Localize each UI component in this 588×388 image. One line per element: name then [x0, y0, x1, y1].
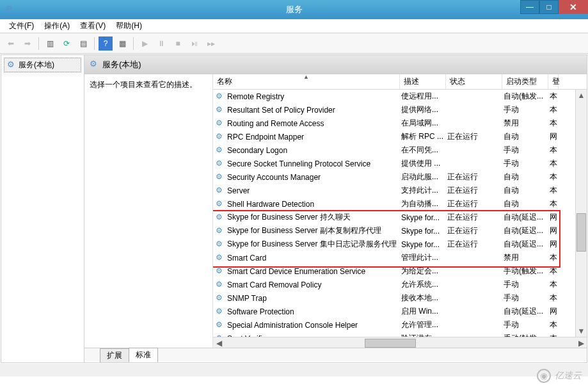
close-button[interactable]: ✕: [559, 0, 588, 14]
table-row[interactable]: SNMP Trap接收本地...手动本: [213, 291, 587, 305]
scroll-left-icon[interactable]: ◀: [213, 338, 225, 348]
table-row[interactable]: Skype for Business Server 持久聊天Skype for.…: [213, 211, 587, 224]
table-row[interactable]: Smart Card管理此计...禁用本: [213, 251, 587, 264]
table-row[interactable]: Shell Hardware Detection为自动播...正在运行自动本: [213, 197, 587, 211]
service-logon: 本: [548, 118, 559, 129]
menu-help[interactable]: 帮助(H): [112, 19, 146, 33]
service-name: Smart Card Removal Policy: [227, 280, 321, 289]
table-row[interactable]: RPC Endpoint Mapper解析 RPC ...正在运行自动网: [213, 130, 587, 143]
bottom-tabs: 扩展 标准: [84, 348, 587, 362]
window-title: 服务: [286, 4, 303, 15]
tree-pane: 服务(本地): [1, 55, 84, 362]
service-name: Secondary Logon: [227, 146, 287, 155]
service-icon: [216, 92, 225, 101]
col-header-startup[interactable]: 启动类型: [502, 74, 548, 89]
service-logon: 本: [548, 91, 559, 102]
maximize-button[interactable]: □: [539, 0, 559, 14]
table-row[interactable]: Skype for Business Server 集中日志记录服务代理Skyp…: [213, 238, 587, 251]
service-desc: 支持此计...: [400, 185, 446, 196]
menubar: 文件(F) 操作(A) 查看(V) 帮助(H): [0, 19, 588, 33]
col-header-logon[interactable]: 登: [548, 74, 559, 89]
help-button[interactable]: ?: [99, 36, 113, 51]
toolbar: ⬅ ➡ ▥ ⟳ ▤ ? ▦ ▶ ⏸ ■ ⏯ ▸▸: [0, 33, 588, 54]
back-button[interactable]: ⬅: [4, 36, 18, 51]
statusbar: [0, 364, 588, 376]
col-header-name[interactable]: 名称▲: [213, 74, 400, 89]
pause-service-button[interactable]: ⏸: [154, 36, 168, 51]
service-logon: 本: [548, 266, 559, 277]
service-status: 正在运行: [446, 225, 502, 236]
minimize-button[interactable]: —: [520, 0, 539, 14]
service-logon: 本: [548, 172, 559, 182]
refresh-button[interactable]: ⟳: [60, 36, 74, 51]
service-logon: 本: [548, 319, 559, 330]
service-logon: 网: [548, 212, 559, 223]
service-name: Remote Registry: [227, 92, 284, 101]
restart-button[interactable]: ▸▸: [204, 36, 218, 51]
tab-extended[interactable]: 扩展: [100, 348, 129, 362]
table-row[interactable]: Smart Card Device Enumeration Service为给定…: [213, 264, 587, 278]
service-startup: 手动: [502, 145, 548, 156]
service-logon: 网: [548, 306, 559, 317]
service-desc: 验证潜在...: [400, 333, 446, 337]
table-row[interactable]: Special Administration Console Helper允许管…: [213, 318, 587, 332]
table-row[interactable]: Routing and Remote Access在局域网...禁用本: [213, 117, 587, 130]
scroll-down-icon[interactable]: ▼: [576, 325, 587, 337]
watermark-text: 亿速云: [555, 370, 582, 382]
service-icon: [216, 254, 225, 263]
description-prompt: 选择一个项目来查看它的描述。: [90, 80, 197, 89]
services-icon: [7, 61, 16, 70]
service-desc: Skype for...: [400, 240, 446, 249]
table-row[interactable]: Security Accounts Manager启动此服...正在运行自动本: [213, 170, 587, 184]
app-icon: [0, 5, 19, 14]
forward-button[interactable]: ➡: [20, 36, 35, 51]
col-header-status[interactable]: 状态: [446, 74, 502, 89]
service-icon: [216, 280, 225, 289]
service-startup: 自动(延迟...: [502, 225, 548, 236]
service-name: Smart Card Device Enumeration Service: [227, 267, 365, 276]
service-name: Secure Socket Tunneling Protocol Service: [227, 159, 370, 168]
table-row[interactable]: Spot Verifier验证潜在...手动(触发...本: [213, 332, 587, 337]
scroll-right-icon[interactable]: ▶: [575, 338, 587, 348]
table-row[interactable]: Secondary Logon在不同凭...手动本: [213, 143, 587, 157]
scroll-up-icon[interactable]: ▲: [576, 90, 587, 101]
main-area: 服务(本地) 服务(本地) 选择一个项目来查看它的描述。 名称▲ 描述 状态 启…: [1, 54, 587, 363]
service-icon: [216, 240, 225, 249]
tab-standard[interactable]: 标准: [129, 348, 158, 362]
service-desc: 管理此计...: [400, 252, 446, 263]
menu-action[interactable]: 操作(A): [40, 19, 74, 33]
service-icon: [216, 146, 225, 155]
table-row[interactable]: Resultant Set of Policy Provider提供网络...手…: [213, 103, 587, 117]
show-hide-tree-button[interactable]: ▥: [43, 36, 57, 51]
table-row[interactable]: Software Protection启用 Win...自动(延迟...网: [213, 305, 587, 318]
table-row[interactable]: Remote Registry使远程用...自动(触发...本: [213, 90, 587, 103]
table-row[interactable]: Skype for Business Server 副本复制程序代理Skype …: [213, 224, 587, 238]
menu-file[interactable]: 文件(F): [5, 19, 38, 33]
service-status: 正在运行: [446, 239, 502, 250]
start-service-button[interactable]: ▶: [138, 36, 152, 51]
col-header-description[interactable]: 描述: [400, 74, 446, 89]
service-icon: [216, 119, 225, 128]
stop-service-button[interactable]: ■: [171, 36, 185, 51]
table-row[interactable]: Secure Socket Tunneling Protocol Service…: [213, 157, 587, 170]
service-desc: 解析 RPC ...: [400, 131, 446, 142]
service-logon: 本: [548, 333, 559, 337]
vertical-scrollbar[interactable]: ▲ ▼: [575, 90, 587, 337]
properties-button[interactable]: ▦: [115, 36, 129, 51]
menu-view[interactable]: 查看(V): [76, 19, 109, 33]
table-row[interactable]: Server支持此计...正在运行自动本: [213, 184, 587, 197]
table-row[interactable]: Smart Card Removal Policy允许系统...手动本: [213, 278, 587, 291]
service-startup: 自动: [502, 172, 548, 182]
restart-service-button[interactable]: ⏯: [187, 36, 202, 51]
vscroll-thumb[interactable]: [576, 213, 586, 252]
export-button[interactable]: ▤: [76, 36, 90, 51]
horizontal-scrollbar[interactable]: ◀ ▶: [213, 337, 587, 348]
hscroll-thumb[interactable]: [365, 339, 416, 348]
service-name: Skype for Business Server 副本复制程序代理: [227, 225, 381, 236]
service-startup: 禁用: [502, 252, 548, 263]
service-name: SNMP Trap: [227, 294, 267, 303]
watermark: ◉ 亿速云: [537, 369, 582, 383]
tree-root-services[interactable]: 服务(本地): [4, 58, 81, 72]
service-desc: 允许系统...: [400, 279, 446, 290]
service-status: 正在运行: [446, 172, 502, 182]
